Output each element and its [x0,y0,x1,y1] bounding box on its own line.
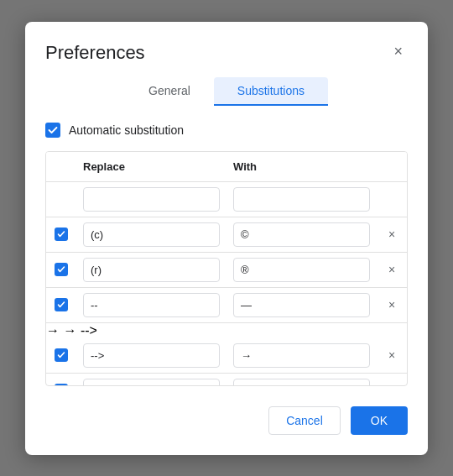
row2-replace-cell [76,253,226,287]
auto-substitution-row: Automatic substitution [45,123,408,138]
table-header: Replace With [46,152,407,182]
table-row: × [46,253,407,288]
row1-with-input[interactable] [233,222,370,247]
row1-checkbox[interactable] [55,228,68,241]
preferences-dialog: Preferences × General Substitutions Auto… [25,22,428,455]
row4-checkbox-cell [46,343,76,367]
auto-substitution-checkbox[interactable] [45,123,60,138]
row3-checkbox-cell [46,293,76,316]
row5-with-input[interactable] [233,379,370,386]
table-row: × [46,288,407,323]
row5-checkbox-cell [46,379,76,386]
empty-replace-input-cell [76,182,226,217]
row3-delete-button[interactable]: × [377,298,407,311]
row1-replace-input[interactable] [83,222,220,247]
table-row: × [46,338,407,374]
row3-replace-input[interactable] [83,293,220,317]
row2-replace-input[interactable] [83,258,220,282]
row3-replace-cell [76,288,226,322]
substitutions-table: Replace With [45,151,408,386]
table-row: × [46,217,407,253]
replace-column-header: Replace [76,152,226,181]
table-row: × [46,374,407,386]
empty-with-input-cell [226,182,377,217]
tab-substitutions[interactable]: Substitutions [214,77,328,106]
row3-checkbox[interactable] [55,298,68,311]
table-row-empty [46,182,407,217]
row3-with-cell [226,288,377,322]
row2-with-cell [226,253,377,287]
row2-checkbox-cell [46,258,76,281]
row5-with-cell [226,374,377,386]
row5-replace-input[interactable] [83,379,220,386]
row2-with-input[interactable] [233,258,370,282]
row4-replace-input[interactable] [83,343,220,368]
tab-general[interactable]: General [125,77,214,106]
row4-with-cell [226,338,377,373]
empty-with-input[interactable] [233,187,370,212]
cancel-button[interactable]: Cancel [268,406,341,435]
row4-with-input[interactable] [233,343,370,368]
row5-replace-cell [76,374,226,386]
row1-replace-cell [76,217,226,252]
with-column-header: With [226,152,377,181]
row2-delete-button[interactable]: × [377,263,407,276]
row1-delete-button[interactable]: × [377,228,407,241]
row5-delete-button[interactable]: × [377,384,407,386]
row3-with-input[interactable] [233,293,370,317]
ok-button[interactable]: OK [351,406,408,435]
row2-checkbox[interactable] [55,263,68,276]
dialog-footer: Cancel OK [45,406,408,435]
dialog-title: Preferences [45,42,145,64]
row1-checkbox-cell [46,222,76,246]
row1-with-cell [226,217,377,252]
empty-row-checkbox-cell [46,194,76,204]
close-button[interactable]: × [388,42,408,60]
row4-replace-cell [76,338,226,373]
row5-checkbox[interactable] [55,384,68,386]
dialog-header: Preferences × [45,42,408,64]
tab-bar: General Substitutions [45,77,408,106]
row4-checkbox[interactable] [55,348,68,362]
row4-delete-button[interactable]: × [377,348,407,362]
empty-replace-input[interactable] [83,187,220,212]
auto-substitution-label: Automatic substitution [69,123,184,137]
